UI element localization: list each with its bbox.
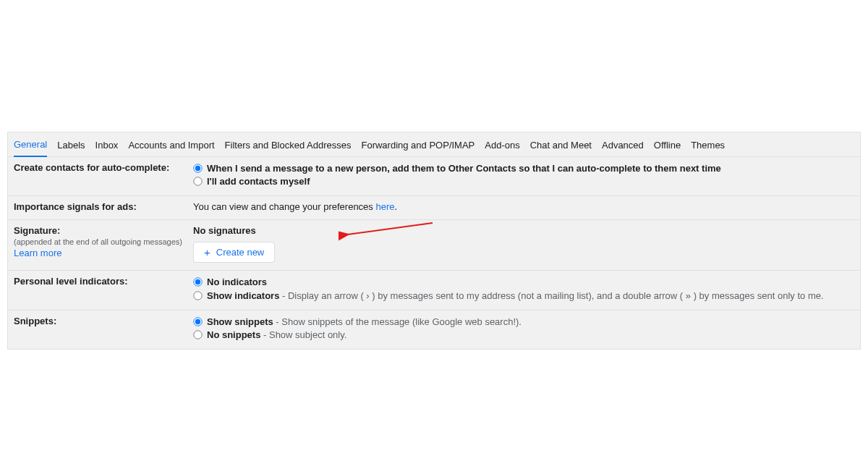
tab-forwarding-pop-imap[interactable]: Forwarding and POP/IMAP bbox=[361, 138, 475, 156]
section-importance-ads: Importance signals for ads: You can view… bbox=[8, 196, 860, 220]
create-contacts-title: Create contacts for auto-complete: bbox=[14, 162, 193, 173]
tab-addons[interactable]: Add-ons bbox=[485, 138, 519, 156]
section-personal-level-indicators: Personal level indicators: No indicators… bbox=[8, 271, 860, 310]
section-signature: Signature: (appended at the end of all o… bbox=[8, 220, 860, 271]
snippets-option-show[interactable]: Show snippets - Show snippets of the mes… bbox=[193, 316, 854, 329]
radio-contacts-manual[interactable] bbox=[193, 177, 202, 186]
signature-title: Signature: bbox=[14, 225, 193, 236]
pli-option-none-label: No indicators bbox=[207, 276, 267, 289]
snippets-none-label: No snippets bbox=[207, 329, 260, 340]
pli-option-show-desc: - Display an arrow ( › ) by messages sen… bbox=[279, 290, 823, 301]
tab-inbox[interactable]: Inbox bbox=[95, 138, 119, 156]
tab-accounts-import[interactable]: Accounts and Import bbox=[128, 138, 214, 156]
ads-here-link[interactable]: here bbox=[375, 201, 394, 212]
tab-filters-blocked[interactable]: Filters and Blocked Addresses bbox=[225, 138, 352, 156]
importance-ads-title: Importance signals for ads: bbox=[14, 201, 193, 212]
radio-contacts-auto[interactable] bbox=[193, 164, 202, 172]
section-create-contacts: Create contacts for auto-complete: When … bbox=[8, 157, 860, 196]
radio-snippets-none[interactable] bbox=[193, 330, 202, 339]
tab-offline[interactable]: Offline bbox=[654, 138, 681, 156]
tab-chat-meet[interactable]: Chat and Meet bbox=[530, 138, 592, 156]
plus-icon: + bbox=[204, 247, 210, 258]
contacts-option-auto-label: When I send a message to a new person, a… bbox=[207, 162, 721, 175]
create-new-label: Create new bbox=[216, 247, 264, 258]
pli-option-show[interactable]: Show indicators - Display an arrow ( › )… bbox=[193, 290, 854, 303]
contacts-option-auto[interactable]: When I send a message to a new person, a… bbox=[193, 162, 854, 175]
tab-general[interactable]: General bbox=[14, 138, 47, 157]
radio-snippets-show[interactable] bbox=[193, 317, 202, 326]
ads-text-post: . bbox=[395, 201, 398, 212]
signature-learn-more-link[interactable]: Learn more bbox=[14, 248, 61, 258]
pli-title: Personal level indicators: bbox=[14, 276, 193, 287]
section-snippets: Snippets: Show snippets - Show snippets … bbox=[8, 311, 860, 349]
radio-pli-show[interactable] bbox=[193, 291, 202, 300]
radio-pli-none[interactable] bbox=[193, 278, 202, 287]
signature-subtitle: (appended at the end of all outgoing mes… bbox=[14, 237, 193, 247]
snippets-show-label: Show snippets bbox=[207, 316, 273, 327]
snippets-show-desc: - Show snippets of the message (like Goo… bbox=[273, 316, 522, 327]
settings-tabs: General Labels Inbox Accounts and Import… bbox=[8, 132, 860, 157]
no-signatures-text: No signatures bbox=[193, 225, 854, 236]
tab-advanced[interactable]: Advanced bbox=[602, 138, 644, 156]
snippets-none-desc: - Show subject only. bbox=[260, 329, 346, 340]
contacts-option-manual-label: I'll add contacts myself bbox=[207, 175, 310, 188]
tab-labels[interactable]: Labels bbox=[57, 138, 85, 156]
settings-panel: General Labels Inbox Accounts and Import… bbox=[7, 132, 861, 350]
pli-option-none[interactable]: No indicators bbox=[193, 276, 854, 289]
contacts-option-manual[interactable]: I'll add contacts myself bbox=[193, 175, 854, 188]
snippets-title: Snippets: bbox=[14, 316, 193, 326]
create-new-signature-button[interactable]: + Create new bbox=[193, 242, 275, 263]
pli-option-show-label: Show indicators bbox=[207, 290, 279, 301]
ads-text-pre: You can view and change your preferences bbox=[193, 201, 375, 212]
tab-themes[interactable]: Themes bbox=[691, 138, 725, 156]
snippets-option-none[interactable]: No snippets - Show subject only. bbox=[193, 329, 854, 342]
